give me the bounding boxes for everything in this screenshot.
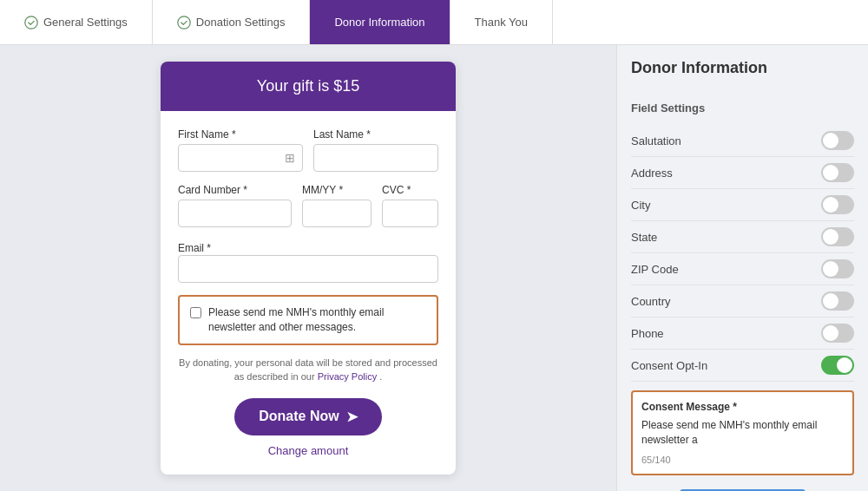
first-name-group: First Name * ⊞ [178,128,303,172]
cvc-input[interactable] [382,200,438,227]
top-navigation: General Settings Donation Settings Donor… [0,0,868,45]
last-name-label: Last Name * [313,128,438,141]
field-label-state: State [631,231,657,244]
card-number-input[interactable] [178,200,292,227]
email-input[interactable] [178,255,438,283]
field-label-consent-optin: Consent Opt-In [631,359,707,372]
consent-message-box: Consent Message * 65/140 [631,390,854,475]
field-label-salutation: Salutation [631,134,681,147]
toggle-zip[interactable] [821,259,854,278]
email-group: Email * [178,239,438,283]
toggle-country[interactable] [821,291,854,311]
card-body: First Name * ⊞ Last Name * Card Numb [161,111,456,475]
tab-donation-label: Donation Settings [196,16,286,29]
check-icon-donation [177,16,191,29]
gift-amount-label: Your gift is $15 [257,77,359,95]
card-row: Card Number * MM/YY * CVC * [178,184,438,227]
tab-donation-settings[interactable]: Donation Settings [153,0,311,44]
tab-donor-label: Donor Information [334,16,424,29]
field-label-country: Country [631,295,671,308]
consent-checkbox[interactable] [190,307,201,318]
toggle-address[interactable] [821,163,854,182]
toggle-phone[interactable] [821,324,854,343]
right-panel: Donor Information Standard Custom Field … [616,45,868,491]
tab-donor-information[interactable]: Donor Information [310,0,450,44]
toggle-salutation[interactable] [821,131,854,150]
svg-point-1 [178,16,190,28]
field-row-zip: ZIP Code [631,253,854,285]
field-label-city: City [631,199,650,212]
card-number-group: Card Number * [178,184,292,227]
check-icon-general [24,16,38,29]
field-label-phone: Phone [631,327,664,340]
toggle-state[interactable] [821,227,854,246]
consent-box: Please send me NMH's monthly email newsl… [178,295,438,345]
consent-char-count: 65/140 [641,455,844,465]
field-label-address: Address [631,167,673,180]
cvc-label: CVC * [382,184,438,196]
field-row-salutation: Salutation [631,125,854,157]
consent-message-label: Consent Message * [641,401,844,413]
name-row: First Name * ⊞ Last Name * [178,128,438,172]
field-row-country: Country [631,285,854,318]
first-name-label: First Name * [178,128,303,141]
field-row-phone: Phone [631,318,854,350]
toggle-consent-optin[interactable] [821,356,854,375]
field-row-address: Address [631,157,854,189]
last-name-group: Last Name * [313,128,438,172]
donation-card: Your gift is $15 First Name * ⊞ Last Nam… [161,62,456,475]
donate-btn-label: Donate Now [259,409,339,424]
arrow-circle-icon: ➤ [346,409,358,425]
toggle-city[interactable] [821,195,854,214]
preview-area: Your gift is $15 First Name * ⊞ Last Nam… [0,45,616,491]
svg-point-0 [25,16,37,28]
card-header: Your gift is $15 [161,62,456,111]
mmyy-group: MM/YY * [302,184,372,227]
privacy-text: By donating, your personal data will be … [178,356,438,384]
cvc-group: CVC * [382,184,438,227]
field-row-state: State [631,221,854,253]
field-label-zip: ZIP Code [631,263,679,276]
field-row-consent-optin: Consent Opt-In [631,350,854,382]
donate-now-button[interactable]: Donate Now ➤ [234,398,381,435]
calendar-icon: ⊞ [285,151,295,165]
card-number-label: Card Number * [178,184,292,196]
email-label: Email * [178,242,211,254]
consent-text: Please send me NMH's monthly email newsl… [208,305,426,335]
consent-message-textarea[interactable] [641,418,844,448]
mmyy-label: MM/YY * [302,184,372,196]
tab-thankyou-label: Thank You [475,16,528,29]
tab-general-label: General Settings [43,16,128,29]
tab-thank-you[interactable]: Thank You [450,0,553,44]
tab-general-settings[interactable]: General Settings [0,0,153,44]
first-name-input[interactable]: ⊞ [178,144,303,172]
panel-title: Donor Information [631,59,854,77]
field-settings-title: Field Settings [631,101,854,115]
mmyy-input[interactable] [302,200,372,227]
last-name-input[interactable] [313,144,438,172]
change-amount-link[interactable]: Change amount [178,444,438,457]
main-layout: Your gift is $15 First Name * ⊞ Last Nam… [0,45,868,491]
field-row-city: City [631,189,854,221]
privacy-policy-link[interactable]: Privacy Policy [318,371,380,382]
